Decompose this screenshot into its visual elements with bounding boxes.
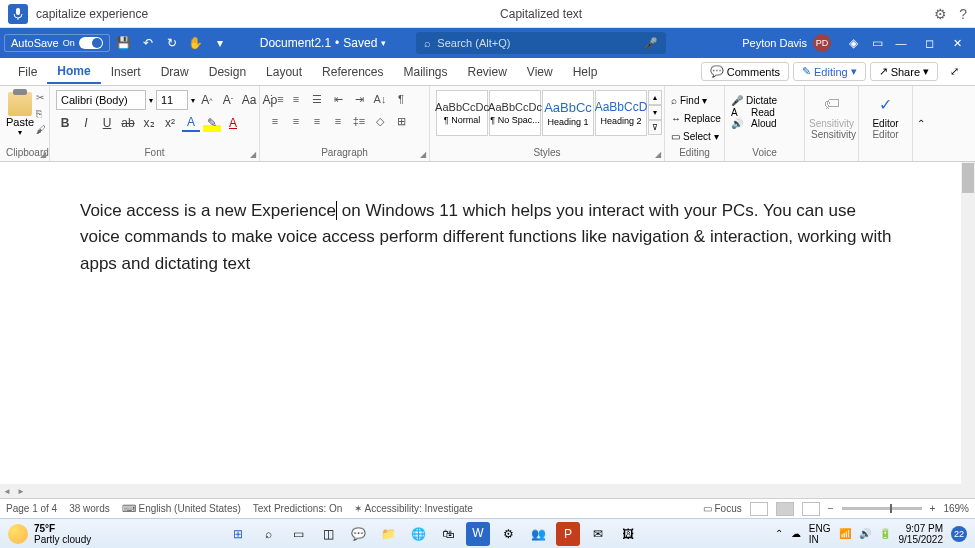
volume-icon[interactable]: 🔊 bbox=[859, 528, 871, 539]
tab-help[interactable]: Help bbox=[563, 61, 608, 83]
touch-mode-icon[interactable]: ✋ bbox=[186, 33, 206, 53]
sort-button[interactable]: A↓ bbox=[371, 90, 389, 108]
tray-chevron-icon[interactable]: ⌃ bbox=[775, 528, 783, 539]
style-heading-2[interactable]: AaBbCcDHeading 2 bbox=[595, 90, 647, 136]
language-status[interactable]: ⌨ English (United States) bbox=[122, 503, 241, 514]
document-title[interactable]: Document2.1 • Saved ▾ bbox=[260, 36, 387, 50]
bullets-button[interactable]: ⋮≡ bbox=[266, 90, 284, 108]
read-aloud-button[interactable]: A🔊 Read Aloud bbox=[731, 109, 798, 127]
line-spacing-button[interactable]: ‡≡ bbox=[350, 112, 368, 130]
underline-button[interactable]: U bbox=[98, 114, 116, 132]
text-effects-button[interactable]: A bbox=[182, 114, 200, 132]
superscript-button[interactable]: x² bbox=[161, 114, 179, 132]
increase-indent-button[interactable]: ⇥ bbox=[350, 90, 368, 108]
paragraph-launcher-icon[interactable]: ◢ bbox=[420, 150, 426, 159]
help-icon[interactable]: ? bbox=[959, 6, 967, 22]
search-input[interactable]: ⌕ Search (Alt+Q) 🎤 bbox=[416, 32, 666, 54]
user-name[interactable]: Peyton Davis bbox=[742, 37, 807, 49]
zoom-slider[interactable] bbox=[842, 507, 922, 510]
minimize-button[interactable]: — bbox=[887, 32, 915, 54]
style-normal[interactable]: AaBbCcDc¶ Normal bbox=[436, 90, 488, 136]
window-mode-icon[interactable]: ▭ bbox=[867, 33, 887, 53]
zoom-in-button[interactable]: + bbox=[930, 503, 936, 514]
subscript-button[interactable]: x₂ bbox=[140, 114, 158, 132]
redo-icon[interactable]: ↻ bbox=[162, 33, 182, 53]
battery-icon[interactable]: 🔋 bbox=[879, 528, 891, 539]
task-view-icon[interactable]: ▭ bbox=[286, 522, 310, 546]
gear-icon[interactable]: ⚙ bbox=[934, 6, 947, 22]
diamond-icon[interactable]: ◈ bbox=[843, 33, 863, 53]
select-button[interactable]: ▭ Select ▾ bbox=[671, 127, 719, 145]
paste-button[interactable]: Paste ▾ bbox=[6, 88, 34, 137]
font-color-button[interactable]: A bbox=[224, 114, 242, 132]
autosave-toggle[interactable]: AutoSave On bbox=[4, 34, 110, 52]
find-button[interactable]: ⌕ Find ▾ bbox=[671, 91, 707, 109]
start-button[interactable]: ⊞ bbox=[226, 522, 250, 546]
font-size-select[interactable]: 11 bbox=[156, 90, 188, 110]
close-button[interactable]: ✕ bbox=[943, 32, 971, 54]
bold-button[interactable]: B bbox=[56, 114, 74, 132]
read-mode-icon[interactable] bbox=[750, 502, 768, 516]
align-center-button[interactable]: ≡ bbox=[287, 112, 305, 130]
tab-design[interactable]: Design bbox=[199, 61, 256, 83]
ribbon-display-icon[interactable]: ⤢ bbox=[942, 62, 967, 81]
tab-layout[interactable]: Layout bbox=[256, 61, 312, 83]
strike-button[interactable]: ab bbox=[119, 114, 137, 132]
editing-mode-button[interactable]: ✎ Editing ▾ bbox=[793, 62, 866, 81]
web-layout-icon[interactable] bbox=[802, 502, 820, 516]
mic-search-icon[interactable]: 🎤 bbox=[644, 37, 658, 50]
wifi-icon[interactable]: 📶 bbox=[839, 528, 851, 539]
tab-mailings[interactable]: Mailings bbox=[393, 61, 457, 83]
cut-icon[interactable]: ✂ bbox=[36, 92, 50, 106]
word-app-icon[interactable]: W bbox=[466, 522, 490, 546]
weather-widget[interactable]: 75°FPartly cloudy bbox=[8, 523, 91, 545]
decrease-indent-button[interactable]: ⇤ bbox=[329, 90, 347, 108]
gallery-down-icon[interactable]: ▾ bbox=[648, 105, 662, 120]
shading-button[interactable]: ◇ bbox=[371, 112, 389, 130]
tab-insert[interactable]: Insert bbox=[101, 61, 151, 83]
text-predictions-status[interactable]: Text Predictions: On bbox=[253, 503, 342, 514]
word-count[interactable]: 38 words bbox=[69, 503, 110, 514]
user-avatar[interactable]: PD bbox=[813, 34, 831, 52]
notification-badge[interactable]: 22 bbox=[951, 526, 967, 542]
style-heading-1[interactable]: AaBbCcHeading 1 bbox=[542, 90, 594, 136]
tab-file[interactable]: File bbox=[8, 61, 47, 83]
share-button[interactable]: ↗ Share ▾ bbox=[870, 62, 938, 81]
borders-button[interactable]: ⊞ bbox=[392, 112, 410, 130]
numbering-button[interactable]: ≡ bbox=[287, 90, 305, 108]
onedrive-icon[interactable]: ☁ bbox=[791, 528, 801, 539]
zoom-out-button[interactable]: − bbox=[828, 503, 834, 514]
mail-icon[interactable]: ✉ bbox=[586, 522, 610, 546]
tab-view[interactable]: View bbox=[517, 61, 563, 83]
align-left-button[interactable]: ≡ bbox=[266, 112, 284, 130]
clock[interactable]: 9:07 PM9/15/2022 bbox=[899, 523, 944, 545]
widgets-icon[interactable]: ◫ bbox=[316, 522, 340, 546]
gallery-up-icon[interactable]: ▴ bbox=[648, 90, 662, 105]
document-area[interactable]: Voice access is a new Experience on Wind… bbox=[0, 162, 975, 484]
italic-button[interactable]: I bbox=[77, 114, 95, 132]
sensitivity-button[interactable]: 🏷 Sensitivity bbox=[811, 88, 852, 129]
shrink-font-button[interactable]: Aˇ bbox=[219, 91, 237, 109]
chat-icon[interactable]: 💬 bbox=[346, 522, 370, 546]
document-body[interactable]: Voice access is a new Experience on Wind… bbox=[0, 162, 975, 297]
settings-app-icon[interactable]: ⚙ bbox=[496, 522, 520, 546]
tab-home[interactable]: Home bbox=[47, 60, 100, 84]
clipboard-launcher-icon[interactable]: ◢ bbox=[40, 150, 46, 159]
replace-button[interactable]: ↔ Replace bbox=[671, 109, 721, 127]
horizontal-scrollbar[interactable] bbox=[0, 484, 975, 498]
tab-draw[interactable]: Draw bbox=[151, 61, 199, 83]
qat-dropdown-icon[interactable]: ▾ bbox=[210, 33, 230, 53]
powerpoint-icon[interactable]: P bbox=[556, 522, 580, 546]
mic-icon[interactable] bbox=[8, 4, 28, 24]
style-no-spacing[interactable]: AaBbCcDc¶ No Spac... bbox=[489, 90, 541, 136]
edge-icon[interactable]: 🌐 bbox=[406, 522, 430, 546]
explorer-icon[interactable]: 📁 bbox=[376, 522, 400, 546]
page-indicator[interactable]: Page 1 of 4 bbox=[6, 503, 57, 514]
font-launcher-icon[interactable]: ◢ bbox=[250, 150, 256, 159]
zoom-level[interactable]: 169% bbox=[943, 503, 969, 514]
undo-icon[interactable]: ↶ bbox=[138, 33, 158, 53]
justify-button[interactable]: ≡ bbox=[329, 112, 347, 130]
accessibility-status[interactable]: ✶ Accessibility: Investigate bbox=[354, 503, 473, 514]
editor-button[interactable]: ✓ Editor bbox=[865, 88, 906, 129]
multilevel-button[interactable]: ☰ bbox=[308, 90, 326, 108]
